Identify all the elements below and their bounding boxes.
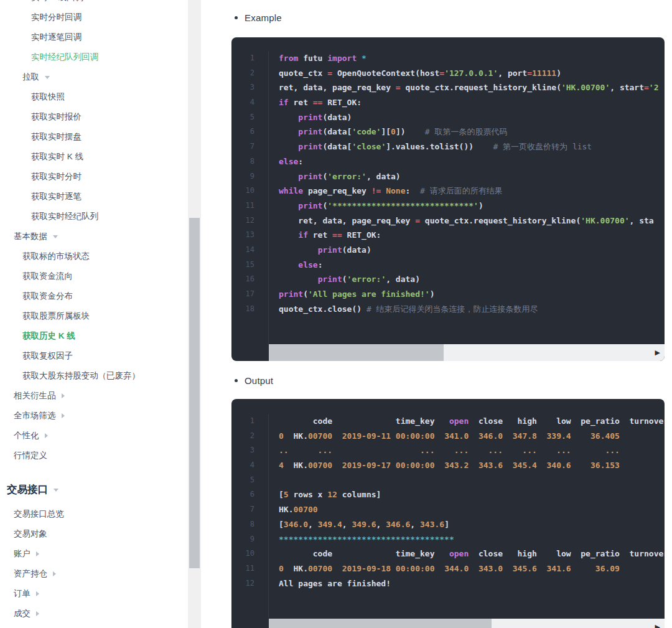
sidebar-item-label: 获取资金分布 [22,291,73,302]
code-line: code time_key open close high low pe_rat… [279,546,665,561]
sidebar-scrollbar-thumb[interactable] [189,218,200,568]
sidebar-item[interactable]: 资产持仓 [0,564,188,584]
sidebar-item[interactable]: 实时 K 线回调 [0,0,188,7]
sidebar-item-label: 获取实时摆盘 [31,131,82,143]
sidebar-item-label: 拉取 [22,72,39,83]
code-line: 0 HK.00700 2019-09-11 00:00:00 341.0 346… [279,429,665,444]
line-number: 7 [231,502,254,517]
sidebar-item-label: 获取实时 K 线 [31,151,83,162]
sidebar-item[interactable]: 账户 [0,544,188,564]
sidebar-item[interactable]: 基本数据 [0,227,188,246]
scroll-right-arrow-icon[interactable]: ▶ [655,349,660,356]
line-number: 11 [231,199,254,213]
sidebar-item[interactable]: 获取资金分布 [0,286,188,306]
scroll-right-arrow-icon[interactable]: ▶ [655,624,660,628]
sidebar-item[interactable]: 实时逐笔回调 [0,27,188,47]
sidebar-item[interactable]: 交易接口 [0,479,188,500]
sidebar-item[interactable]: 全市场筛选 [0,406,188,426]
line-number-gutter: 123456789101112131415161718 [231,51,269,344]
line-number: 9 [231,169,254,184]
sidebar-item[interactable]: 获取实时 K 线 [0,147,188,167]
sidebar-item[interactable]: 交易接口总览 [0,504,188,524]
sidebar-item[interactable]: 订单 [0,584,188,604]
sidebar-item-label: 账户 [14,548,30,560]
sidebar-item[interactable]: 拉取 [0,67,188,87]
code-line: else: [279,258,665,273]
bullet-icon [235,16,238,19]
code-line: [5 rows x 12 columns] [279,487,665,502]
sidebar-item-label: 获取大股东持股变动（已废弃） [22,370,140,382]
example-scrollbar-thumb[interactable] [269,344,444,361]
sidebar-item[interactable]: 获取实时经纪队列 [0,207,188,227]
sidebar-scrollbar[interactable] [188,0,201,628]
code-line: print(data['close'].values.tolist()) # 第… [279,139,665,154]
sidebar-item-label: 全市场筛选 [14,410,56,421]
sidebar-item[interactable]: 交易对象 [0,524,188,544]
line-number: 8 [231,517,254,532]
sidebar-item-label: 相关衍生品 [14,390,56,401]
sidebar-item[interactable]: 相关衍生品 [0,386,188,406]
sidebar-item-label: 获取资金流向 [22,271,73,282]
code-line: quote_ctx.close() # 结束后记得关闭当条连接，防止连接条数用尽 [279,302,665,317]
code-line: print('All pages are finished!') [279,287,665,302]
line-number: 3 [231,80,254,95]
line-number: 2 [231,429,254,444]
line-number: 5 [231,473,254,488]
sidebar-item[interactable]: 成交 [0,604,188,624]
sidebar-item[interactable]: 获取实时逐笔 [0,187,188,207]
chevron-down-icon [54,489,58,492]
sidebar-item-label: 获取股票所属板块 [22,311,90,322]
line-number: 10 [231,546,254,561]
sidebar-item[interactable]: 获取快照 [0,87,188,107]
sidebar-item[interactable]: 获取实时分时 [0,167,188,187]
code-line: else: [279,154,665,169]
sidebar-item[interactable]: 获取资金流向 [0,266,188,286]
sidebar-item[interactable]: 获取复权因子 [0,346,188,366]
chevron-right-icon [45,433,48,438]
line-number: 7 [231,139,254,154]
sidebar-item[interactable]: 实时经纪队列回调 [0,47,188,67]
sidebar-item-label: 获取复权因子 [22,350,73,362]
sidebar-item[interactable]: 获取股票所属板块 [0,306,188,326]
sidebar-item-label: 获取实时报价 [31,111,82,123]
line-number: 12 [231,576,254,591]
example-code-body: 123456789101112131415161718 from futu im… [231,37,665,344]
code-line: ret, data, page_req_key = quote_ctx.requ… [279,213,665,228]
sidebar-item[interactable]: 行情定义 [0,446,188,466]
sidebar-item-label: 个性化 [14,430,39,441]
code-line: HK.00700 [279,502,665,517]
code-lines: code time_key open close high low pe_rat… [269,414,665,617]
code-line: from futu import * [279,51,665,66]
code-line: 4 HK.00700 2019-09-17 00:00:00 343.2 343… [279,458,665,473]
sidebar-item[interactable]: 获取实时报价 [0,107,188,127]
chevron-right-icon [36,591,39,596]
output-horizontal-scrollbar[interactable]: ▶ [269,619,665,628]
line-number: 8 [231,154,254,169]
line-number: 13 [231,228,254,243]
sidebar-item-label: 获取实时逐笔 [31,191,82,202]
chevron-right-icon [36,611,39,616]
code-line: print(data) [279,110,665,125]
sidebar-item-label: 资产持仓 [14,568,47,579]
code-line: [346.0, 349.4, 349.6, 346.6, 343.6] [279,517,665,532]
line-number: 10 [231,184,254,199]
line-number: 1 [231,414,254,429]
output-scrollbar-thumb[interactable] [269,619,492,628]
code-line: .. ... ... ... ... ... ... ... [279,443,665,458]
code-line: if ret == RET_OK: [279,228,665,243]
sidebar-item[interactable]: 获取历史 K 线 [0,326,188,346]
line-number: 5 [231,110,254,125]
code-line: print('error:', data) [279,169,665,184]
sidebar-item[interactable]: 获取标的市场状态 [0,246,188,266]
line-number: 4 [231,95,254,110]
line-number: 17 [231,287,254,302]
sidebar-item[interactable]: 实时分时回调 [0,7,188,27]
sidebar-item[interactable]: 获取实时摆盘 [0,127,188,147]
sidebar-item-label: 订单 [14,588,30,599]
example-horizontal-scrollbar[interactable]: ▶ [269,344,665,361]
sidebar-item-label: 获取实时经纪队列 [31,211,98,222]
sidebar-item-label: 交易对象 [14,528,47,540]
sidebar-item[interactable]: 获取大股东持股变动（已废弃） [0,366,188,386]
content-area: Example 123456789101112131415161718 from… [205,0,672,628]
sidebar-item[interactable]: 个性化 [0,426,188,446]
